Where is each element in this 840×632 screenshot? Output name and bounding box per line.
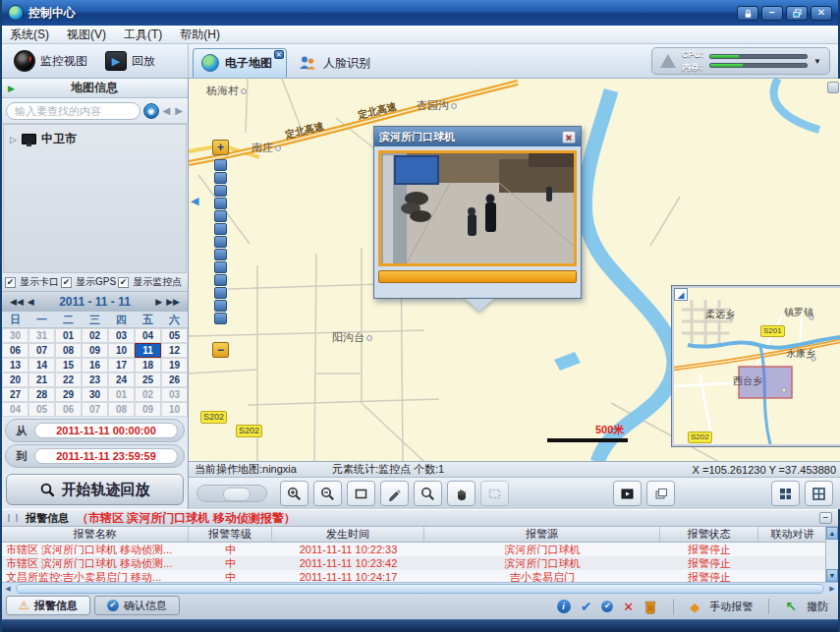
search-prev-icon[interactable]: ◀	[162, 105, 172, 116]
calendar-day[interactable]: 30	[82, 387, 108, 402]
calendar-day[interactable]: 07	[28, 343, 55, 358]
calendar-day[interactable]: 31	[28, 328, 55, 343]
col-alarm-status[interactable]: 报警状态	[660, 527, 758, 542]
panel-arrow-icon[interactable]: ▶	[8, 84, 15, 93]
scroll-up-icon[interactable]: ▲	[826, 527, 838, 540]
tree-item-city[interactable]: ▷ 中卫市	[10, 131, 180, 147]
calendar-day[interactable]: 12	[161, 343, 188, 358]
calendar-day[interactable]: 09	[135, 402, 161, 417]
alarm-horizontal-scrollbar[interactable]: ◀ ▶	[2, 582, 838, 594]
col-alarm-source[interactable]: 报警源	[424, 527, 660, 542]
menu-item-3[interactable]: 帮助(H)	[180, 27, 220, 43]
calendar-day[interactable]: 06	[2, 343, 28, 358]
calendar-day[interactable]: 14	[28, 358, 55, 373]
calendar-day[interactable]: 20	[2, 373, 28, 387]
zoom-in-tool-button[interactable]	[280, 481, 308, 506]
trash-icon[interactable]	[644, 600, 657, 614]
scroll-right-icon[interactable]: ▶	[826, 583, 838, 595]
tree-expander-icon[interactable]: ▷	[10, 135, 17, 144]
layers-button[interactable]	[646, 481, 675, 506]
calendar-day[interactable]: 03	[161, 387, 188, 402]
export-view-button[interactable]	[613, 481, 642, 506]
alarm-table-row[interactable]: 文昌所监控:吉小卖易启门 移动...中2011-11-11 10:24:17吉小…	[2, 570, 825, 582]
camera-popup[interactable]: 滨河所门口球机 ✕	[373, 126, 582, 299]
calendar-day[interactable]: 02	[135, 387, 161, 402]
disarm-button[interactable]: 撤防	[807, 600, 828, 614]
tab-emap[interactable]: 电子地图 ✕	[193, 48, 287, 78]
pan-hand-button[interactable]	[447, 481, 476, 506]
calendar-day[interactable]: 17	[108, 358, 135, 373]
map-pan-left-icon[interactable]: ◀	[191, 195, 198, 207]
calendar-day[interactable]: 06	[55, 402, 82, 417]
tab-close-icon[interactable]: ✕	[274, 50, 284, 59]
start-track-playback-button[interactable]: 开始轨迹回放	[6, 474, 184, 505]
alarm-vertical-scrollbar[interactable]: ▲ ▼	[825, 527, 838, 582]
monitor-view-button[interactable]: 监控视图	[8, 48, 93, 74]
scroll-left-icon[interactable]: ◀	[2, 583, 14, 595]
lock-button[interactable]	[737, 6, 758, 21]
hscroll-thumb[interactable]	[16, 584, 824, 594]
calendar-next-month-icon[interactable]: ▶	[153, 297, 164, 307]
calendar-day[interactable]: 25	[135, 373, 161, 387]
calendar-prev-year-icon[interactable]: ◀◀	[8, 297, 26, 307]
overview-inset-map[interactable]: ◢	[672, 286, 840, 446]
popup-close-icon[interactable]: ✕	[562, 131, 576, 144]
calendar-day[interactable]: 01	[55, 328, 82, 343]
scroll-down-icon[interactable]: ▼	[826, 569, 838, 582]
camera-video-frame[interactable]	[378, 150, 577, 266]
map-zoom-level[interactable]	[214, 210, 227, 222]
collapse-panel-icon[interactable]: −	[819, 512, 832, 524]
col-alarm-name[interactable]: 报警名称	[2, 527, 189, 542]
calendar-prev-month-icon[interactable]: ◀	[26, 297, 36, 307]
calendar-day[interactable]: 18	[135, 358, 161, 373]
tab-confirm-info[interactable]: ✔ 确认信息	[94, 596, 180, 615]
calendar-day[interactable]: 23	[82, 373, 108, 387]
confirm-all-icon[interactable]: ✔	[601, 601, 613, 612]
alarm-table-row[interactable]: 市辖区 滨河所门口球机 移动侦测...中2011-11-11 10:23:42滨…	[2, 556, 825, 570]
map-canvas[interactable]: 杨海村杏园沟南庄阳沟台定北高速定北高速S202S202500米 + − ◀ 滨河…	[189, 79, 840, 462]
to-datetime-field[interactable]: 2011-11-11 23:59:59	[34, 448, 178, 464]
info-icon[interactable]: i	[557, 600, 571, 613]
popup-progress-bar[interactable]	[378, 270, 577, 283]
tab-alarm-info[interactable]: ⚠ 报警信息	[6, 596, 90, 615]
map-zoom-level[interactable]	[214, 274, 227, 286]
close-button[interactable]: ✕	[811, 6, 832, 21]
calendar-day[interactable]: 10	[108, 343, 135, 358]
manual-alarm-button[interactable]: 手动报警	[709, 600, 753, 614]
layout-grid-button[interactable]	[771, 481, 800, 506]
area-select-button[interactable]	[480, 481, 509, 506]
calendar-day[interactable]: 29	[55, 387, 82, 402]
calendar-day[interactable]: 07	[82, 402, 108, 417]
map-zoom-level[interactable]	[214, 159, 227, 171]
layout-split-button[interactable]	[805, 481, 833, 506]
inset-expand-icon[interactable]: ◢	[674, 288, 688, 301]
map-zoom-out-button[interactable]: −	[212, 342, 229, 358]
map-zoom-level[interactable]	[214, 261, 227, 273]
chevron-down-icon[interactable]: ▼	[813, 57, 821, 66]
calendar-day[interactable]: 04	[135, 328, 161, 343]
calendar-day[interactable]: 05	[161, 328, 188, 343]
search-input[interactable]	[6, 102, 140, 120]
checkbox-monitor-point[interactable]: ✔	[118, 277, 129, 288]
calendar-day[interactable]: 08	[55, 343, 82, 358]
calendar-day[interactable]: 08	[108, 402, 135, 417]
minimize-button[interactable]: −	[761, 6, 783, 21]
from-datetime-field[interactable]: 2011-11-11 00:00:00	[34, 423, 178, 438]
restore-button[interactable]	[786, 6, 808, 21]
map-zoom-level[interactable]	[214, 198, 227, 209]
map-zoom-level[interactable]	[214, 287, 227, 299]
zoom-previous-button[interactable]	[414, 481, 442, 506]
calendar-day[interactable]: 13	[2, 358, 28, 373]
checkbox-bayonet[interactable]: ✔	[5, 277, 16, 288]
map-zoom-level[interactable]	[214, 236, 227, 248]
map-zoom-level[interactable]	[214, 249, 227, 260]
col-alarm-talk[interactable]: 联动对讲	[758, 527, 827, 542]
calendar-day[interactable]: 05	[28, 402, 55, 417]
calendar-day[interactable]: 10	[161, 402, 188, 417]
calendar-day[interactable]: 02	[82, 328, 108, 343]
col-alarm-time[interactable]: 发生时间	[272, 527, 424, 542]
alarm-table-row[interactable]: 市辖区 滨河所门口球机 移动侦测...中2011-11-11 10:22:33滨…	[2, 543, 825, 556]
calendar-day[interactable]: 01	[108, 387, 135, 402]
measure-pencil-button[interactable]	[380, 481, 409, 506]
search-icon[interactable]: ◉	[143, 103, 159, 119]
